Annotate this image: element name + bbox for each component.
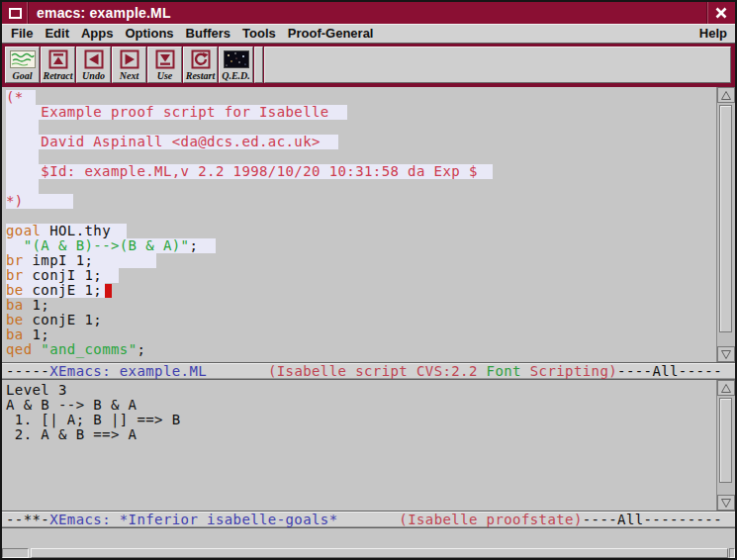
modeline-segment: Font xyxy=(487,363,521,379)
locked-region-highlight: br conjI 1; xyxy=(6,268,119,283)
toolbar-button-label: Q.E.D. xyxy=(222,70,250,81)
menu-item-apps[interactable]: Apps xyxy=(75,25,120,43)
modeline-segment: (Isabelle script CVS:2.2 xyxy=(268,363,487,379)
toolbar-button-retract[interactable]: Retract xyxy=(41,47,75,83)
scroll-down-arrow[interactable] xyxy=(717,346,735,362)
modeline-segment: XEmacs: *Inferior isabelle-goals* xyxy=(49,512,337,527)
locked-region-highlight: David Aspinall <da@dcs.ed.ac.uk> xyxy=(6,135,338,149)
modeline-segment: Scripting) xyxy=(521,363,617,379)
scroll-thumb[interactable] xyxy=(719,105,732,332)
toolbar-button-label: Goal xyxy=(13,70,33,81)
window-title: emacs: example.ML xyxy=(29,2,706,24)
code-line: Level 3 xyxy=(6,383,716,398)
code-token: ba xyxy=(6,297,24,313)
code-token: conjE 1; xyxy=(24,282,102,298)
code-token: Level 3 xyxy=(6,382,67,398)
code-token: ; xyxy=(189,237,198,253)
script-modeline: -----XEmacs: example.ML (Isabelle script… xyxy=(2,362,735,380)
code-token: "(A & B)-->(B & A)" xyxy=(24,237,190,253)
locked-region-highlight: (* xyxy=(6,90,36,105)
code-line: A & B --> B & A xyxy=(6,398,716,413)
modeline-segment xyxy=(338,512,400,527)
code-token: A & B --> B & A xyxy=(6,397,137,413)
window-icon xyxy=(9,8,22,19)
code-token: 1; xyxy=(24,327,50,342)
toolbar-button-label: Next xyxy=(120,70,138,81)
modeline-segment: ----- xyxy=(6,363,49,379)
toolbar-button-undo[interactable]: Undo xyxy=(76,47,111,83)
menubar: FileEditAppsOptionsBuffersToolsProof-Gen… xyxy=(2,24,735,44)
code-line: be conjE 1; xyxy=(6,313,716,327)
code-line: qed "and_comms"; xyxy=(6,342,716,357)
menu-item-edit[interactable]: Edit xyxy=(39,25,75,43)
locked-region-highlight: be conjE 1; xyxy=(6,283,105,298)
horizontal-scroll-thumb[interactable] xyxy=(31,548,728,558)
code-line xyxy=(6,209,716,224)
toolbar-button-goal[interactable]: Goal xyxy=(5,47,40,83)
menu-item-tools[interactable]: Tools xyxy=(236,25,282,43)
scroll-thumb[interactable] xyxy=(719,398,732,483)
script-scrollbar[interactable] xyxy=(716,87,735,362)
menu-item-help[interactable]: Help xyxy=(693,25,735,43)
window-menu-button[interactable] xyxy=(2,2,29,24)
code-token: Example proof script for Isabelle xyxy=(6,104,329,120)
script-buffer[interactable]: (* Example proof script for Isabelle Dav… xyxy=(2,87,716,362)
code-line: be conjE 1; xyxy=(6,283,716,298)
toolbar: GoalRetractUndoNextUseRestartQ.E.D. xyxy=(2,44,735,87)
next-icon xyxy=(120,48,139,70)
locked-region-highlight: "(A & B)-->(B & A)"; xyxy=(6,238,216,253)
code-line: ba 1; xyxy=(6,327,716,342)
toolbar-button-label: Use xyxy=(157,70,173,81)
code-token: goal xyxy=(6,223,41,238)
modeline-segment: ----All--------- xyxy=(583,512,722,527)
code-token xyxy=(6,237,24,253)
code-token: conjI 1; xyxy=(24,267,102,283)
code-token: (* xyxy=(6,89,24,105)
titlebar: emacs: example.ML xyxy=(2,2,735,24)
code-token: br xyxy=(6,252,24,268)
menu-item-proof-general[interactable]: Proof-General xyxy=(282,25,380,43)
script-buffer-row: (* Example proof script for Isabelle Dav… xyxy=(2,87,735,362)
locked-region-highlight: Example proof script for Isabelle xyxy=(6,105,347,120)
code-line: 2. A & B ==> A xyxy=(6,427,716,442)
goals-scrollbar[interactable] xyxy=(716,380,735,511)
menu-item-buffers[interactable]: Buffers xyxy=(180,25,237,43)
code-token: "and_comms" xyxy=(41,341,137,357)
toolbar-button-qed[interactable]: Q.E.D. xyxy=(219,47,253,83)
code-token: be xyxy=(6,312,24,327)
code-line: (* xyxy=(6,90,716,105)
toolbar-button-restart[interactable]: Restart xyxy=(183,47,218,83)
locked-region-highlight: br impI 1; xyxy=(6,253,156,268)
menu-item-file[interactable]: File xyxy=(5,25,39,43)
code-token: 2. A & B ==> A xyxy=(6,426,137,442)
modeline-segment xyxy=(207,363,268,379)
code-token: David Aspinall <da@dcs.ed.ac.uk> xyxy=(6,134,321,149)
locked-region-highlight xyxy=(6,149,39,164)
code-token: conjE 1; xyxy=(24,312,102,327)
restart-icon xyxy=(191,48,211,70)
toolbar-button-next[interactable]: Next xyxy=(112,47,146,83)
scroll-up-arrow[interactable] xyxy=(717,380,735,396)
minibuffer[interactable] xyxy=(2,528,735,547)
scrollbar-right-box[interactable] xyxy=(729,548,735,558)
xemacs-window: emacs: example.ML FileEditAppsOptionsBuf… xyxy=(0,0,737,560)
code-line: br conjI 1; xyxy=(6,268,716,283)
code-line: goal HOL.thy xyxy=(6,224,716,238)
code-line: 1. [| A; B |] ==> B xyxy=(6,413,716,427)
goals-buffer[interactable]: Level 3A & B --> B & A 1. [| A; B |] ==>… xyxy=(2,380,716,511)
toolbar-button-use[interactable]: Use xyxy=(147,47,182,83)
scrollbar-corner-box[interactable] xyxy=(2,548,29,558)
code-line: $Id: example.ML,v 2.2 1998/10/20 10:31:5… xyxy=(6,164,716,179)
menu-item-options[interactable]: Options xyxy=(119,25,179,43)
locked-region-highlight: $Id: example.ML,v 2.2 1998/10/20 10:31:5… xyxy=(6,164,493,179)
toolbar-button-label: Restart xyxy=(186,70,215,81)
code-token: ; xyxy=(137,341,145,357)
locked-region-highlight: *) xyxy=(6,194,73,209)
close-button[interactable] xyxy=(706,2,735,24)
goal-image-icon xyxy=(10,48,36,70)
close-icon xyxy=(715,7,727,19)
code-token: *) xyxy=(6,193,24,209)
undo-icon xyxy=(84,48,104,70)
scroll-down-arrow[interactable] xyxy=(717,495,735,511)
scroll-up-arrow[interactable] xyxy=(717,87,735,103)
